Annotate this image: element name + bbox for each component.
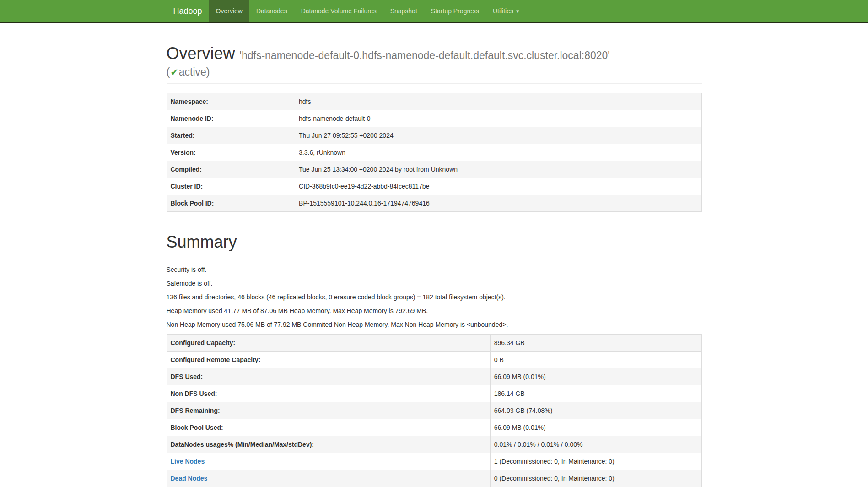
row-value: 0.01% / 0.01% / 0.01% / 0.00% — [490, 436, 701, 453]
row-label: Compiled: — [167, 161, 295, 178]
row-value: 66.09 MB (0.01%) — [490, 419, 701, 436]
row-label: DFS Remaining: — [167, 402, 490, 419]
row-value: 0 B — [490, 352, 701, 368]
nav-item-snapshot-wrap: Snapshot — [383, 0, 424, 22]
nav-item-startup-progress-wrap: Startup Progress — [424, 0, 486, 22]
overview-header: Overview 'hdfs-namenode-default-0.hdfs-n… — [167, 44, 702, 84]
table-row: Block Pool ID:BP-1515559101-10.244.0.16-… — [167, 195, 701, 212]
heap-memory-text: Heap Memory used 41.77 MB of 87.06 MB He… — [167, 307, 702, 316]
row-value: hdfs-namenode-default-0 — [295, 110, 701, 127]
table-row: Namespace:hdfs — [167, 93, 701, 110]
summary-header: Summary — [167, 233, 702, 256]
navbar-menu: Overview Datanodes Datanode Volume Failu… — [209, 0, 526, 22]
table-row: Namenode ID:hdfs-namenode-default-0 — [167, 110, 701, 127]
row-label: Dead Nodes — [167, 470, 490, 487]
brand-hadoop[interactable]: Hadoop — [167, 0, 209, 22]
row-label: Block Pool ID: — [167, 195, 295, 212]
row-label: DFS Used: — [167, 368, 490, 385]
state-label: active) — [179, 66, 210, 78]
row-label: Live Nodes — [167, 453, 490, 470]
row-label: Cluster ID: — [167, 178, 295, 195]
row-label: DataNodes usages% (Min/Median/Max/stdDev… — [167, 436, 490, 453]
table-row: DFS Remaining:664.03 GB (74.08%) — [167, 402, 701, 419]
table-row: Version:3.3.6, rUnknown — [167, 144, 701, 161]
row-label: Block Pool Used: — [167, 419, 490, 436]
row-value: 0 (Decommissioned: 0, In Maintenance: 0) — [490, 470, 701, 487]
row-label: Configured Remote Capacity: — [167, 352, 490, 368]
row-label: Non DFS Used: — [167, 385, 490, 402]
table-row: DataNodes usages% (Min/Median/Max/stdDev… — [167, 436, 701, 453]
nav-item-utilities-label: Utilities — [493, 7, 513, 15]
caret-down-icon: ▾ — [516, 7, 519, 16]
page-title-text: Overview — [167, 44, 235, 63]
dead-nodes-link[interactable]: Dead Nodes — [171, 475, 208, 482]
row-label: Namespace: — [167, 93, 295, 110]
summary-title: Summary — [167, 233, 702, 251]
safemode-status-text: Safemode is off. — [167, 279, 702, 288]
nav-item-datanode-volume-failures[interactable]: Datanode Volume Failures — [294, 0, 383, 22]
nav-item-snapshot[interactable]: Snapshot — [383, 0, 424, 22]
navbar: Hadoop Overview Datanodes Datanode Volum… — [0, 0, 868, 23]
row-value: 3.3.6, rUnknown — [295, 144, 701, 161]
table-row: DFS Used:66.09 MB (0.01%) — [167, 368, 701, 385]
table-row: Cluster ID:CID-368b9fc0-ee19-4d22-abbd-8… — [167, 178, 701, 195]
security-status-text: Security is off. — [167, 265, 702, 275]
row-label: Started: — [167, 127, 295, 144]
nav-item-startup-progress[interactable]: Startup Progress — [424, 0, 486, 22]
nav-item-utilities-dropdown[interactable]: Utilities ▾ — [486, 0, 526, 22]
table-row: Started:Thu Jun 27 09:52:55 +0200 2024 — [167, 127, 701, 144]
live-nodes-link[interactable]: Live Nodes — [171, 458, 205, 465]
nav-item-datanodes[interactable]: Datanodes — [249, 0, 294, 22]
namenode-address: 'hdfs-namenode-default-0.hdfs-namenode-d… — [240, 49, 610, 61]
namenode-state: (✔active) — [167, 65, 702, 79]
row-value: 896.34 GB — [490, 335, 701, 352]
active-check-icon: ✔ — [170, 67, 179, 77]
overview-info-table: Namespace:hdfs Namenode ID:hdfs-namenode… — [167, 93, 702, 212]
table-row: Configured Capacity:896.34 GB — [167, 335, 701, 352]
nav-item-datanode-volume-failures-wrap: Datanode Volume Failures — [294, 0, 383, 22]
page-title: Overview 'hdfs-namenode-default-0.hdfs-n… — [167, 44, 702, 79]
row-label: Configured Capacity: — [167, 335, 490, 352]
row-value: Tue Jun 25 13:34:00 +0200 2024 by root f… — [295, 161, 701, 178]
row-label: Namenode ID: — [167, 110, 295, 127]
main-content: Overview 'hdfs-namenode-default-0.hdfs-n… — [160, 44, 709, 487]
row-value: hdfs — [295, 93, 701, 110]
row-label: Version: — [167, 144, 295, 161]
filesystem-objects-text: 136 files and directories, 46 blocks (46… — [167, 293, 702, 302]
table-row: Dead Nodes0 (Decommissioned: 0, In Maint… — [167, 470, 701, 487]
table-row: Live Nodes1 (Decommissioned: 0, In Maint… — [167, 453, 701, 470]
table-row: Non DFS Used:186.14 GB — [167, 385, 701, 402]
nav-item-overview[interactable]: Overview — [209, 0, 249, 22]
nav-item-overview-wrap: Overview — [209, 0, 249, 22]
row-value: 186.14 GB — [490, 385, 701, 402]
row-value: CID-368b9fc0-ee19-4d22-abbd-84fcec8117be — [295, 178, 701, 195]
row-value: Thu Jun 27 09:52:55 +0200 2024 — [295, 127, 701, 144]
nav-item-datanodes-wrap: Datanodes — [249, 0, 294, 22]
row-value: 66.09 MB (0.01%) — [490, 368, 701, 385]
non-heap-memory-text: Non Heap Memory used 75.06 MB of 77.92 M… — [167, 320, 702, 330]
table-row: Configured Remote Capacity:0 B — [167, 352, 701, 368]
navbar-container: Hadoop Overview Datanodes Datanode Volum… — [160, 0, 709, 22]
summary-table: Configured Capacity:896.34 GB Configured… — [167, 334, 702, 487]
row-value: 1 (Decommissioned: 0, In Maintenance: 0) — [490, 453, 701, 470]
table-row: Block Pool Used:66.09 MB (0.01%) — [167, 419, 701, 436]
nav-item-utilities-wrap: Utilities ▾ — [486, 0, 526, 22]
table-row: Compiled:Tue Jun 25 13:34:00 +0200 2024 … — [167, 161, 701, 178]
row-value: BP-1515559101-10.244.0.16-1719474769416 — [295, 195, 701, 212]
row-value: 664.03 GB (74.08%) — [490, 402, 701, 419]
